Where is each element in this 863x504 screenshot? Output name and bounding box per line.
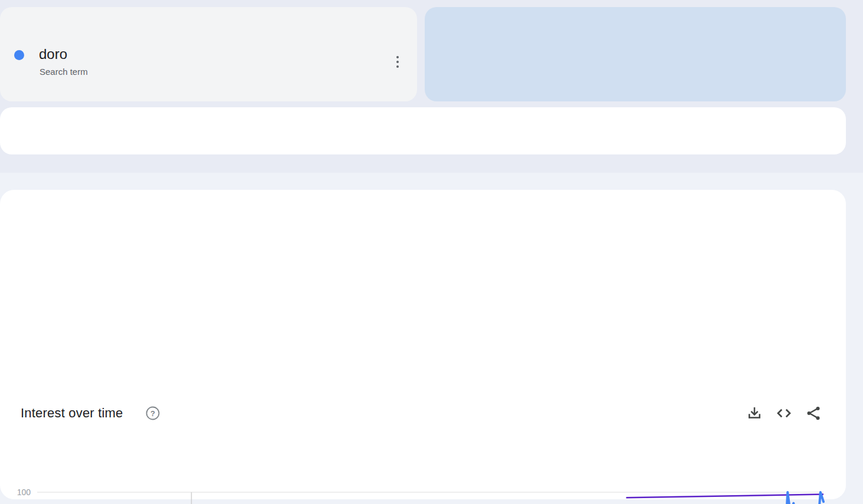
share-icon: [805, 404, 822, 422]
annotation-line: [626, 495, 824, 498]
chart-title: Interest over time: [21, 406, 123, 421]
series-color-dot: [14, 50, 24, 60]
share-button[interactable]: [805, 404, 822, 422]
kebab-menu-icon: [396, 56, 399, 59]
embed-button[interactable]: [775, 404, 793, 422]
search-term-title: doro: [39, 46, 67, 62]
interest-over-time-chart[interactable]: 100755025Jan 3, 2021Jul 10, 2022Jan 14, …: [0, 477, 863, 504]
search-term-card: doro Search term: [0, 7, 417, 101]
embed-code-icon: [775, 404, 793, 422]
download-button[interactable]: [746, 404, 763, 422]
help-icon: ?: [145, 405, 161, 421]
trend-line-doro[interactable]: [37, 492, 823, 504]
interest-chart-svg: 100755025Jan 3, 2021Jul 10, 2022Jan 14, …: [0, 477, 863, 504]
interest-over-time-card: Interest over time ? 100755025Jan 3, 202…: [0, 190, 846, 499]
svg-text:?: ?: [150, 409, 155, 418]
y-tick-label: 100: [17, 487, 31, 497]
search-term-subtitle: Search term: [40, 67, 88, 77]
help-button[interactable]: ?: [145, 405, 161, 421]
filter-bar: France Past 5 years All categories Web S…: [0, 107, 846, 154]
download-icon: [746, 404, 763, 422]
add-comparison-card[interactable]: + Compare: [425, 7, 846, 101]
term-menu-button[interactable]: [389, 53, 406, 71]
